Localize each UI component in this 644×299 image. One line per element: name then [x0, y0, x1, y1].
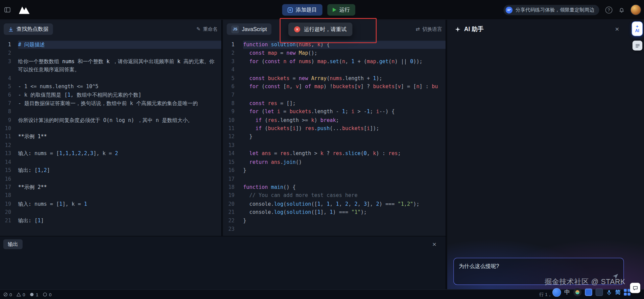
editor-line[interactable]: 21输出: [1] [0, 217, 221, 225]
share-promo-pill[interactable]: 分享代码练习体验，领限量定制周边 [503, 5, 599, 15]
editor-line[interactable]: 19输入: nums = [1], k = 1 [0, 200, 221, 208]
app-logo-icon[interactable] [18, 5, 30, 15]
user-avatar[interactable] [631, 5, 641, 15]
editor-line[interactable]: 15输出: [1,2] [0, 166, 221, 175]
sidebar-toggle-icon[interactable] [4, 6, 10, 13]
line-number: 14 [223, 150, 243, 158]
line-content: function main() { [243, 183, 446, 192]
status-errors[interactable]: 0 [3, 292, 12, 297]
line-number: 5 [0, 82, 18, 91]
notifications-bell-icon[interactable] [619, 7, 625, 13]
run-button[interactable]: 运行 [327, 4, 355, 16]
line-number: 21 [0, 217, 18, 225]
microphone-icon[interactable] [606, 289, 612, 295]
output-tab[interactable]: 输出 [3, 239, 23, 249]
editor-line[interactable]: 11**示例 1** [0, 133, 221, 141]
editor-line[interactable]: 15 return ans.join() [223, 158, 446, 166]
ai-panel-close-icon[interactable]: ✕ [615, 26, 619, 32]
line-number: 12 [0, 141, 18, 150]
editor-line[interactable]: 2 const map = new Map(); [223, 49, 446, 57]
output-close-icon[interactable]: ✕ [432, 242, 436, 247]
ime-keyboard-icon[interactable] [585, 289, 592, 296]
add-problem-button[interactable]: 添加题目 [282, 4, 323, 16]
play-icon [333, 8, 336, 12]
editor-line[interactable]: 13输入: nums = [1,1,1,2,2,3], k = 2 [0, 150, 221, 158]
editor-line[interactable]: 22} [223, 217, 446, 225]
editor-line[interactable]: 12 } [223, 133, 446, 141]
editor-line[interactable]: 8 const res = []; [223, 99, 446, 108]
rename-button[interactable]: ✎ 重命名 [196, 26, 218, 33]
tray-app-icon[interactable] [573, 288, 581, 296]
editor-line[interactable]: 9 for (let i = buckets.length - 1; i > -… [223, 108, 446, 116]
line-number: 18 [0, 192, 18, 200]
line-content: const buckets = new Array(nums.length + … [243, 74, 446, 82]
line-content: if (res.length >= k) break; [243, 116, 446, 124]
language-tab[interactable]: JS JavaScript [227, 23, 271, 35]
status-warnings[interactable]: 0 [17, 292, 25, 297]
line-content: 输入: nums = [1], k = 1 [18, 200, 221, 208]
editor-line[interactable]: 17 [223, 175, 446, 183]
ime-voice-icon[interactable] [552, 288, 561, 297]
line-content: const res = []; [243, 99, 446, 108]
line-content: 给你一个整数数组 nums 和一个整数 k ，请你返回其中出现频率前 k 高的元… [18, 57, 221, 74]
cursor-position[interactable]: 行 1， [539, 290, 552, 299]
editor-line[interactable]: 20 [0, 208, 221, 217]
extension-tool-button[interactable] [633, 41, 642, 50]
editor-line[interactable]: 16} [223, 166, 446, 175]
editor-line[interactable]: 4 [0, 74, 221, 82]
editor-line[interactable]: 9你所设计算法的时间复杂度必须优于 O(n log n) ，其中 n 是数组大小… [0, 116, 221, 124]
editor-line[interactable]: 5- 1 <= nums.length <= 10^5 [0, 82, 221, 91]
editor-line[interactable]: 16 [0, 175, 221, 183]
editor-line[interactable]: 1function solution(nums, k) { [223, 41, 446, 49]
editor-line[interactable]: 13 [223, 141, 446, 150]
line-content: - k 的取值范围是 [1, 数组中不相同的元素的个数] [18, 91, 221, 99]
code-editor[interactable]: 1function solution(nums, k) {2 const map… [223, 41, 446, 236]
line-content: let ans = res.length > k ? res.slice(0, … [243, 150, 446, 158]
editor-line[interactable]: 7 [223, 91, 446, 99]
line-content: for (const n of nums) map.set(n, 1 + (ma… [243, 57, 446, 66]
share-promo-label: 分享代码练习体验，领限量定制周边 [516, 6, 594, 14]
editor-line[interactable]: 3 for (const n of nums) map.set(n, 1 + (… [223, 57, 446, 66]
editor-line[interactable]: 23 [223, 225, 446, 233]
help-icon[interactable]: ? [605, 6, 613, 14]
editor-line[interactable]: 10 [0, 124, 221, 133]
editor-line[interactable]: 6 for (const [n, v] of map) !buckets[v] … [223, 82, 446, 91]
problem-title-button[interactable]: 查找热点数据 [4, 23, 53, 35]
editor-line[interactable]: 18function main() { [223, 183, 446, 192]
chat-launcher-button[interactable] [630, 283, 640, 293]
line-number: 12 [223, 133, 243, 141]
editor-line[interactable]: 19 // You can add more test cases here [223, 192, 446, 200]
editor-line[interactable]: 12 [0, 141, 221, 150]
ime-chinese-mode[interactable]: 中 [564, 289, 570, 296]
editor-line[interactable]: 8 [0, 108, 221, 116]
editor-line[interactable]: 18 [0, 192, 221, 200]
code-panel: JS JavaScript ⇄ 切换语言 1function solution(… [223, 20, 447, 236]
editor-line[interactable]: 11 if (buckets[i]) res.push(...buckets[i… [223, 124, 446, 133]
ime-tool-icon[interactable] [596, 289, 603, 296]
ai-chat-input[interactable]: 为什么这么慢呢? [453, 258, 624, 285]
editor-line[interactable]: 3给你一个整数数组 nums 和一个整数 k ，请你返回其中出现频率前 k 高的… [0, 57, 221, 74]
editor-line[interactable]: 6- k 的取值范围是 [1, 数组中不相同的元素的个数] [0, 91, 221, 99]
editor-line[interactable]: 14 let ans = res.length > k ? res.slice(… [223, 150, 446, 158]
line-number: 17 [223, 175, 243, 183]
editor-line[interactable]: 4 [223, 66, 446, 74]
problem-markdown-editor[interactable]: 1# 问题描述23给你一个整数数组 nums 和一个整数 k ，请你返回其中出现… [0, 41, 221, 236]
switch-language-button[interactable]: ⇄ 切换语言 [415, 26, 442, 33]
editor-line[interactable]: 20 console.log(solution([1, 1, 1, 2, 2, … [223, 200, 446, 208]
editor-line[interactable]: 5 const buckets = new Array(nums.length … [223, 74, 446, 82]
editor-line[interactable]: 21 console.log(solution([1], 1) === "1")… [223, 208, 446, 217]
editor-line[interactable]: 10 if (res.length >= k) break; [223, 116, 446, 124]
status-notices[interactable]: 0 [43, 292, 52, 297]
send-icon[interactable] [612, 273, 619, 281]
editor-line[interactable]: 17**示例 2** [0, 183, 221, 192]
extension-ai-button[interactable]: AI [632, 21, 643, 36]
editor-line[interactable]: 7- 题目数据保证答案唯一，换句话说，数组中前 k 个高频元素的集合是唯一的 [0, 99, 221, 108]
status-info-count: 1 [36, 292, 38, 297]
editor-line[interactable]: 2 [0, 49, 221, 57]
ime-simplified-mode[interactable]: 简 [615, 289, 621, 296]
line-content: } [243, 166, 446, 175]
ime-grid-icon[interactable] [624, 289, 630, 295]
editor-line[interactable]: 1# 问题描述 [0, 41, 221, 49]
editor-line[interactable]: 14 [0, 158, 221, 166]
status-info[interactable]: 1 [30, 292, 39, 297]
